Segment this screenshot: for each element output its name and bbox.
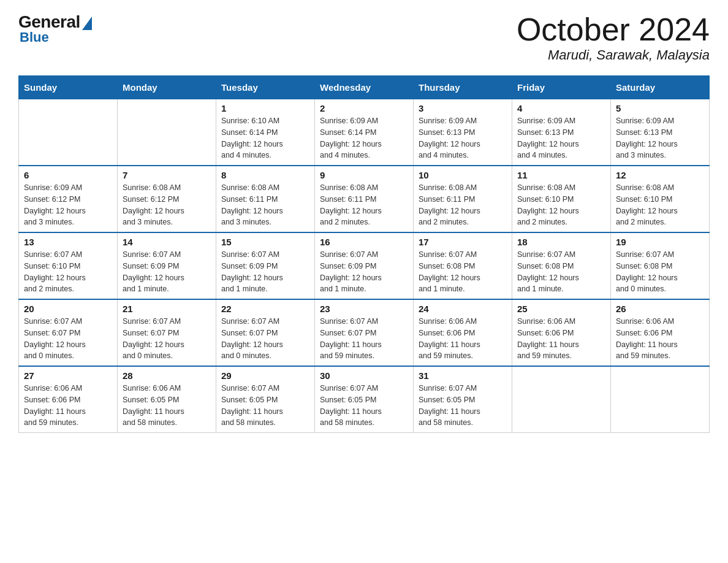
day-number: 21 bbox=[123, 304, 211, 314]
day-number: 28 bbox=[123, 370, 211, 381]
logo-blue-text: Blue bbox=[20, 29, 49, 45]
calendar-week-row: 1Sunrise: 6:10 AM Sunset: 6:14 PM Daylig… bbox=[19, 99, 710, 166]
day-number: 19 bbox=[616, 237, 704, 247]
day-info: Sunrise: 6:07 AM Sunset: 6:05 PM Dayligh… bbox=[320, 383, 408, 429]
calendar-cell: 8Sunrise: 6:08 AM Sunset: 6:11 PM Daylig… bbox=[216, 166, 315, 232]
calendar-cell: 17Sunrise: 6:07 AM Sunset: 6:08 PM Dayli… bbox=[414, 232, 512, 299]
day-number: 30 bbox=[320, 370, 408, 381]
day-info: Sunrise: 6:07 AM Sunset: 6:07 PM Dayligh… bbox=[123, 316, 211, 362]
day-number: 17 bbox=[419, 237, 507, 247]
day-number: 15 bbox=[221, 237, 309, 247]
day-info: Sunrise: 6:09 AM Sunset: 6:13 PM Dayligh… bbox=[616, 115, 704, 161]
day-info: Sunrise: 6:06 AM Sunset: 6:06 PM Dayligh… bbox=[24, 383, 112, 429]
day-info: Sunrise: 6:08 AM Sunset: 6:10 PM Dayligh… bbox=[616, 182, 704, 228]
calendar-cell: 19Sunrise: 6:07 AM Sunset: 6:08 PM Dayli… bbox=[611, 232, 710, 299]
day-info: Sunrise: 6:07 AM Sunset: 6:08 PM Dayligh… bbox=[616, 249, 704, 295]
day-number: 13 bbox=[24, 237, 112, 247]
day-number: 27 bbox=[24, 370, 112, 381]
month-year-title: October 2024 bbox=[517, 12, 710, 47]
calendar-cell: 4Sunrise: 6:09 AM Sunset: 6:13 PM Daylig… bbox=[512, 99, 611, 166]
weekday-header-thursday: Thursday bbox=[414, 76, 512, 99]
calendar-cell: 24Sunrise: 6:06 AM Sunset: 6:06 PM Dayli… bbox=[414, 299, 512, 366]
calendar-week-row: 6Sunrise: 6:09 AM Sunset: 6:12 PM Daylig… bbox=[19, 166, 710, 232]
day-info: Sunrise: 6:07 AM Sunset: 6:07 PM Dayligh… bbox=[221, 316, 309, 362]
day-info: Sunrise: 6:07 AM Sunset: 6:09 PM Dayligh… bbox=[221, 249, 309, 295]
day-info: Sunrise: 6:10 AM Sunset: 6:14 PM Dayligh… bbox=[221, 115, 309, 161]
day-number: 8 bbox=[221, 170, 309, 180]
day-number: 5 bbox=[616, 103, 704, 113]
calendar-cell: 26Sunrise: 6:06 AM Sunset: 6:06 PM Dayli… bbox=[611, 299, 710, 366]
calendar-cell bbox=[512, 366, 611, 433]
day-info: Sunrise: 6:07 AM Sunset: 6:09 PM Dayligh… bbox=[123, 249, 211, 295]
logo-triangle-icon bbox=[82, 17, 92, 30]
calendar-cell: 7Sunrise: 6:08 AM Sunset: 6:12 PM Daylig… bbox=[118, 166, 216, 232]
calendar-cell: 23Sunrise: 6:07 AM Sunset: 6:07 PM Dayli… bbox=[315, 299, 414, 366]
calendar-cell bbox=[19, 99, 118, 166]
day-number: 10 bbox=[419, 170, 507, 180]
day-info: Sunrise: 6:07 AM Sunset: 6:08 PM Dayligh… bbox=[419, 249, 507, 295]
calendar-cell: 13Sunrise: 6:07 AM Sunset: 6:10 PM Dayli… bbox=[19, 232, 118, 299]
calendar-cell: 2Sunrise: 6:09 AM Sunset: 6:14 PM Daylig… bbox=[315, 99, 414, 166]
calendar-cell: 29Sunrise: 6:07 AM Sunset: 6:05 PM Dayli… bbox=[216, 366, 315, 433]
day-info: Sunrise: 6:09 AM Sunset: 6:13 PM Dayligh… bbox=[517, 115, 605, 161]
calendar-cell: 10Sunrise: 6:08 AM Sunset: 6:11 PM Dayli… bbox=[414, 166, 512, 232]
weekday-header-tuesday: Tuesday bbox=[216, 76, 315, 99]
day-number: 23 bbox=[320, 304, 408, 314]
calendar-cell: 15Sunrise: 6:07 AM Sunset: 6:09 PM Dayli… bbox=[216, 232, 315, 299]
day-info: Sunrise: 6:07 AM Sunset: 6:05 PM Dayligh… bbox=[419, 383, 507, 429]
calendar-week-row: 27Sunrise: 6:06 AM Sunset: 6:06 PM Dayli… bbox=[19, 366, 710, 433]
title-block: October 2024 Marudi, Sarawak, Malaysia bbox=[517, 12, 710, 63]
day-number: 1 bbox=[221, 103, 309, 113]
day-info: Sunrise: 6:08 AM Sunset: 6:11 PM Dayligh… bbox=[419, 182, 507, 228]
calendar-cell: 21Sunrise: 6:07 AM Sunset: 6:07 PM Dayli… bbox=[118, 299, 216, 366]
calendar-cell bbox=[118, 99, 216, 166]
calendar-cell: 28Sunrise: 6:06 AM Sunset: 6:05 PM Dayli… bbox=[118, 366, 216, 433]
day-number: 31 bbox=[419, 370, 507, 381]
day-info: Sunrise: 6:09 AM Sunset: 6:14 PM Dayligh… bbox=[320, 115, 408, 161]
calendar-week-row: 20Sunrise: 6:07 AM Sunset: 6:07 PM Dayli… bbox=[19, 299, 710, 366]
day-number: 29 bbox=[221, 370, 309, 381]
calendar-cell: 20Sunrise: 6:07 AM Sunset: 6:07 PM Dayli… bbox=[19, 299, 118, 366]
day-number: 12 bbox=[616, 170, 704, 180]
calendar-cell bbox=[611, 366, 710, 433]
calendar-cell: 12Sunrise: 6:08 AM Sunset: 6:10 PM Dayli… bbox=[611, 166, 710, 232]
day-number: 26 bbox=[616, 304, 704, 314]
day-number: 22 bbox=[221, 304, 309, 314]
day-info: Sunrise: 6:06 AM Sunset: 6:06 PM Dayligh… bbox=[616, 316, 704, 362]
day-number: 3 bbox=[419, 103, 507, 113]
day-info: Sunrise: 6:06 AM Sunset: 6:05 PM Dayligh… bbox=[123, 383, 211, 429]
day-info: Sunrise: 6:08 AM Sunset: 6:10 PM Dayligh… bbox=[517, 182, 605, 228]
location-subtitle: Marudi, Sarawak, Malaysia bbox=[517, 47, 710, 63]
day-number: 2 bbox=[320, 103, 408, 113]
day-number: 4 bbox=[517, 103, 605, 113]
calendar-week-row: 13Sunrise: 6:07 AM Sunset: 6:10 PM Dayli… bbox=[19, 232, 710, 299]
day-info: Sunrise: 6:07 AM Sunset: 6:09 PM Dayligh… bbox=[320, 249, 408, 295]
calendar-cell: 31Sunrise: 6:07 AM Sunset: 6:05 PM Dayli… bbox=[414, 366, 512, 433]
day-number: 14 bbox=[123, 237, 211, 247]
calendar-cell: 18Sunrise: 6:07 AM Sunset: 6:08 PM Dayli… bbox=[512, 232, 611, 299]
day-info: Sunrise: 6:07 AM Sunset: 6:10 PM Dayligh… bbox=[24, 249, 112, 295]
weekday-header-friday: Friday bbox=[512, 76, 611, 99]
weekday-header-row: SundayMondayTuesdayWednesdayThursdayFrid… bbox=[19, 76, 710, 99]
day-info: Sunrise: 6:08 AM Sunset: 6:11 PM Dayligh… bbox=[320, 182, 408, 228]
day-info: Sunrise: 6:07 AM Sunset: 6:07 PM Dayligh… bbox=[24, 316, 112, 362]
day-number: 7 bbox=[123, 170, 211, 180]
day-info: Sunrise: 6:07 AM Sunset: 6:07 PM Dayligh… bbox=[320, 316, 408, 362]
day-info: Sunrise: 6:09 AM Sunset: 6:12 PM Dayligh… bbox=[24, 182, 112, 228]
weekday-header-wednesday: Wednesday bbox=[315, 76, 414, 99]
calendar-cell: 14Sunrise: 6:07 AM Sunset: 6:09 PM Dayli… bbox=[118, 232, 216, 299]
day-number: 11 bbox=[517, 170, 605, 180]
day-number: 6 bbox=[24, 170, 112, 180]
calendar-cell: 16Sunrise: 6:07 AM Sunset: 6:09 PM Dayli… bbox=[315, 232, 414, 299]
calendar-table: SundayMondayTuesdayWednesdayThursdayFrid… bbox=[18, 75, 710, 433]
day-number: 20 bbox=[24, 304, 112, 314]
day-number: 24 bbox=[419, 304, 507, 314]
day-info: Sunrise: 6:08 AM Sunset: 6:11 PM Dayligh… bbox=[221, 182, 309, 228]
calendar-cell: 30Sunrise: 6:07 AM Sunset: 6:05 PM Dayli… bbox=[315, 366, 414, 433]
logo: General Blue bbox=[18, 12, 92, 45]
day-info: Sunrise: 6:06 AM Sunset: 6:06 PM Dayligh… bbox=[517, 316, 605, 362]
day-info: Sunrise: 6:09 AM Sunset: 6:13 PM Dayligh… bbox=[419, 115, 507, 161]
day-info: Sunrise: 6:07 AM Sunset: 6:05 PM Dayligh… bbox=[221, 383, 309, 429]
day-info: Sunrise: 6:06 AM Sunset: 6:06 PM Dayligh… bbox=[419, 316, 507, 362]
calendar-cell: 27Sunrise: 6:06 AM Sunset: 6:06 PM Dayli… bbox=[19, 366, 118, 433]
